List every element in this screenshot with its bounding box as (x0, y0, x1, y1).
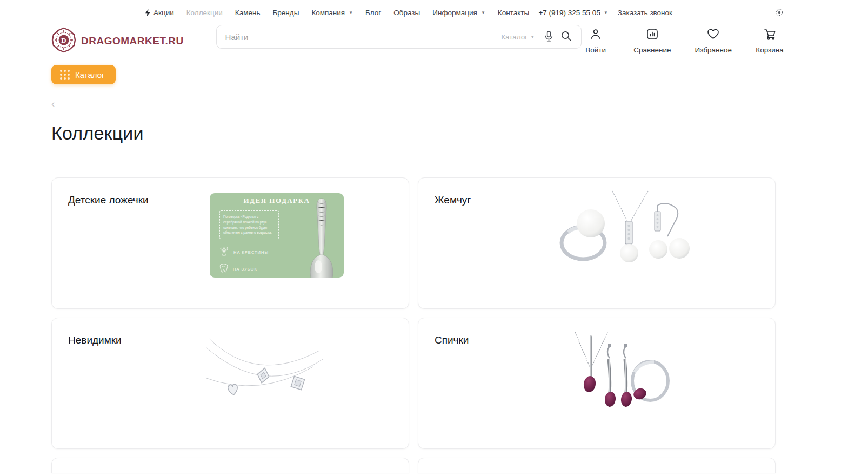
collection-title: Спички (435, 334, 469, 346)
banner-row-label: НА КРЕСТИНЫ (233, 250, 269, 255)
compare-label: Сравнение (633, 46, 671, 54)
chevron-down-icon: ▼ (481, 10, 485, 15)
baby-spoons-banner-image: ИДЕЯ ПОДАРКА Поговорка «Родился с серебр… (210, 193, 344, 278)
silver-spoon-image (309, 197, 334, 278)
search-input[interactable] (225, 32, 502, 42)
invisible-necklaces-image (205, 333, 324, 411)
nav-label: Коллекции (186, 9, 223, 17)
chevron-down-icon: ▼ (604, 10, 608, 15)
catalog-button-label: Каталог (75, 70, 105, 80)
banner-row: НА КРЕСТИНЫ (219, 246, 285, 259)
nav-item-akcii[interactable]: Акции (145, 9, 174, 17)
header-actions: Войти Сравнение Избранное (582, 25, 784, 54)
search-icon (561, 31, 571, 43)
nav-label: Бренды (272, 9, 299, 17)
search-box: Каталог ▼ (216, 25, 582, 49)
microphone-icon (544, 31, 553, 43)
search-category-label: Каталог (501, 33, 528, 41)
nav-label: Образы (393, 9, 420, 17)
callback-link[interactable]: Заказать звонок (618, 9, 672, 17)
nav-item-kompaniya[interactable]: Компания▼ (311, 9, 353, 17)
theme-toggle-sun-icon[interactable] (775, 8, 784, 17)
collections-grid: Детские ложечки ИДЕЯ ПОДАРКА Поговорка «… (51, 177, 776, 449)
logo-letter: D (61, 36, 66, 44)
logo[interactable]: D DRAGOMARKET.RU (51, 27, 184, 55)
match-jewelry-image (574, 331, 671, 418)
nav-label: Блог (365, 9, 381, 17)
chevron-left-icon: ‹ (51, 98, 55, 109)
collection-title: Невидимки (68, 334, 122, 346)
phone-label: +7 (919) 325 55 05 (538, 9, 600, 17)
cart-button[interactable]: Корзина (756, 28, 784, 54)
banner-note: Поговорка «Родился с серебряной ложкой в… (219, 210, 279, 239)
collection-card-invisible[interactable]: Невидимки (51, 318, 409, 449)
next-row-preview (51, 458, 776, 473)
nav-label: Компания (311, 9, 345, 17)
banner-rows: НА КРЕСТИНЫ НА ЗУБОК (219, 246, 285, 278)
compare-button[interactable]: Сравнение (633, 28, 671, 54)
nav-item-kollekcii[interactable]: Коллекции (186, 9, 223, 17)
collection-title: Детские ложечки (68, 194, 149, 206)
grid-icon (60, 70, 70, 80)
header: D DRAGOMARKET.RU Каталог ▼ (51, 25, 784, 55)
heart-icon (706, 28, 720, 43)
topbar: Акции Коллекции Камень Бренды Компания▼ … (51, 0, 784, 18)
page-title: Коллекции (51, 123, 784, 144)
cart-icon (763, 28, 777, 43)
login-button[interactable]: Войти (582, 28, 610, 54)
login-label: Войти (585, 46, 606, 54)
banner-row-label: НА ЗУБОК (233, 267, 257, 272)
nav-label: Контакты (498, 9, 529, 17)
nav-item-kamen[interactable]: Камень (235, 9, 261, 17)
collection-card-pearls[interactable]: Жемчуг (418, 177, 776, 309)
logo-text: DRAGOMARKET.RU (81, 35, 184, 47)
search-submit-button[interactable] (559, 29, 573, 45)
logo-emblem-icon: D (51, 27, 76, 55)
chevron-down-icon: ▼ (349, 10, 353, 15)
nav-item-blog[interactable]: Блог (365, 9, 381, 17)
cart-label: Корзина (756, 46, 783, 54)
favorites-label: Избранное (695, 46, 732, 54)
user-icon (589, 28, 602, 43)
compare-icon (646, 28, 659, 43)
banner-row: НА ЗУБОК (219, 263, 285, 275)
search-category-select[interactable]: Каталог ▼ (501, 33, 535, 41)
nav-item-obrazy[interactable]: Образы (393, 9, 420, 17)
collection-title: Жемчуг (435, 194, 471, 206)
nav-item-kontakty[interactable]: Контакты (498, 9, 529, 17)
breadcrumb-back-button[interactable]: ‹ (51, 98, 60, 109)
lightning-icon (145, 9, 151, 16)
nav-label: Акции (153, 9, 174, 17)
nav-item-brendy[interactable]: Бренды (272, 9, 299, 17)
angel-icon (219, 246, 229, 259)
pearl-jewelry-image (552, 190, 697, 273)
favorites-button[interactable]: Избранное (695, 28, 732, 54)
collection-card-matches[interactable]: Спички (418, 318, 776, 449)
voice-search-button[interactable] (542, 29, 556, 45)
nav-item-informaciya[interactable]: Информация▼ (432, 9, 485, 17)
collection-card-baby-spoons[interactable]: Детские ложечки ИДЕЯ ПОДАРКА Поговорка «… (51, 177, 409, 309)
catalog-button[interactable]: Каталог (51, 65, 116, 84)
tooth-icon (219, 263, 228, 275)
topbar-right: +7 (919) 325 55 05 ▼ Заказать звонок (538, 8, 784, 17)
chevron-down-icon: ▼ (530, 35, 535, 39)
collection-card-partial[interactable] (418, 458, 776, 473)
top-navigation: Акции Коллекции Камень Бренды Компания▼ … (145, 9, 529, 17)
phone-number[interactable]: +7 (919) 325 55 05 ▼ (538, 9, 607, 17)
collection-card-partial[interactable] (51, 458, 409, 473)
nav-label: Информация (432, 9, 477, 17)
nav-label: Камень (235, 9, 261, 17)
